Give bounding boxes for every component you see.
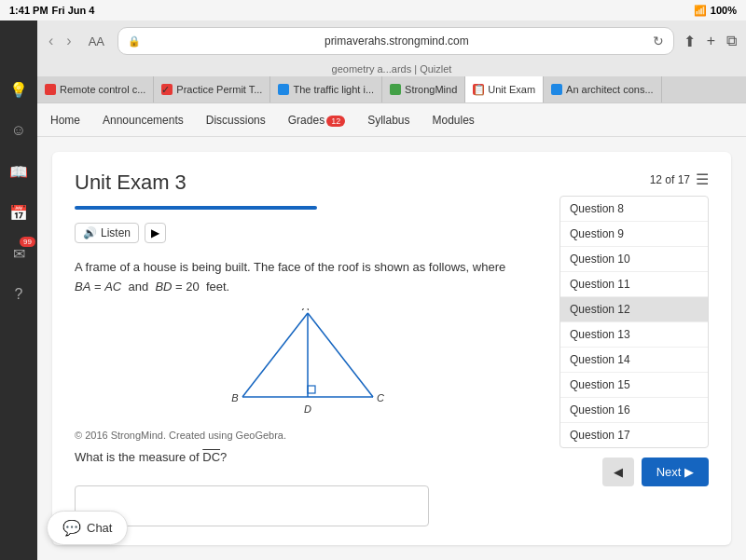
question-item-11[interactable]: Question 11 <box>560 272 708 297</box>
sidebar-icon-calendar[interactable]: 📅 <box>6 199 32 225</box>
question-item-9[interactable]: Question 9 <box>560 222 708 247</box>
question-var: DC <box>202 450 220 464</box>
question-text-1: A frame of a house is being built. The f… <box>75 260 505 274</box>
question-math: BA = AC and BD = 20 feet. <box>75 280 229 294</box>
main-area: ‹ › AA 🔒 primaverahs.strongmind.com ↻ ⬆ … <box>37 20 746 560</box>
svg-text:C: C <box>377 392 384 403</box>
grade-badge: 12 <box>326 116 345 127</box>
nav-modules[interactable]: Modules <box>431 106 477 134</box>
question-count: 12 of 17 ☰ <box>560 171 709 188</box>
battery-indicator: 100% <box>711 5 737 16</box>
next-button[interactable]: Next ▶ <box>642 458 709 486</box>
status-bar: 1:41 PM Fri Jun 4 📶 100% <box>0 0 746 20</box>
question-list: Question 8 Question 9 Question 10 Questi… <box>560 196 709 448</box>
list-icon[interactable]: ☰ <box>696 171 709 188</box>
nav-discussions[interactable]: Discussions <box>204 106 268 134</box>
tab-traffic[interactable]: The traffic light i... <box>270 76 382 102</box>
question-item-12[interactable]: Question 12 <box>560 297 708 322</box>
chat-bubble[interactable]: 💬 Chat <box>47 511 128 545</box>
tab-label-strongmind: StrongMind <box>405 84 457 95</box>
chat-icon: 💬 <box>62 519 81 537</box>
exam-main: Unit Exam 3 🔊 Listen ▶ A frame of a hous… <box>75 171 541 526</box>
svg-line-1 <box>308 313 373 397</box>
status-time: 1:41 PM <box>9 5 48 16</box>
wifi-icon: 📶 <box>694 5 707 17</box>
question-item-14[interactable]: Question 14 <box>560 348 708 373</box>
tab-favicon-unitexam: 📋 <box>473 84 484 95</box>
tab-strongmind[interactable]: StrongMind <box>382 76 465 102</box>
tab-permit[interactable]: ✓ Practice Permit T... <box>154 76 270 102</box>
tab-label-unitexam: Unit Exam <box>488 84 535 95</box>
tabs-bar: Remote control c... ✓ Practice Permit T.… <box>37 76 746 102</box>
tab-label-traffic: The traffic light i... <box>293 84 374 95</box>
prev-button[interactable]: ◀ <box>602 458 634 486</box>
reload-button[interactable]: ↻ <box>653 34 664 48</box>
diagram-area: A B C D <box>75 308 541 420</box>
new-tab-button[interactable]: + <box>705 31 717 51</box>
sidebar-icon-smile[interactable]: ☺ <box>6 117 32 143</box>
sidebar-icon-help[interactable]: ? <box>6 281 32 307</box>
question-item-8[interactable]: Question 8 <box>560 197 708 222</box>
answer-input[interactable] <box>75 485 429 526</box>
tab-label-remote: Remote control c... <box>60 84 145 95</box>
tab-favicon-strongmind <box>390 84 401 95</box>
back-button[interactable]: ‹ <box>45 31 57 51</box>
nav-announcements[interactable]: Announcements <box>101 106 186 134</box>
nav-grades[interactable]: Grades12 <box>286 106 347 134</box>
question-text: A frame of a house is being built. The f… <box>75 258 541 297</box>
browser-chrome: ‹ › AA 🔒 primaverahs.strongmind.com ↻ ⬆ … <box>37 20 746 103</box>
lock-icon: 🔒 <box>128 35 141 48</box>
content-wrapper: Unit Exam 3 🔊 Listen ▶ A frame of a hous… <box>37 137 746 560</box>
svg-text:B: B <box>231 392 238 403</box>
reader-button[interactable]: AA <box>83 33 110 50</box>
triangle-svg: A B C D <box>214 308 401 420</box>
question-item-16[interactable]: Question 16 <box>560 398 708 423</box>
sidebar-icon-bulb[interactable]: 💡 <box>6 76 32 102</box>
question-nav-panel: 12 of 17 ☰ Question 8 Question 9 Questio… <box>560 171 709 526</box>
listen-button[interactable]: 🔊 Listen <box>75 223 139 243</box>
status-date: Fri Jun 4 <box>52 5 95 16</box>
sidebar-icon-book[interactable]: 📖 <box>6 158 32 184</box>
tab-label-permit: Practice Permit T... <box>176 84 262 95</box>
chat-label: Chat <box>87 521 112 535</box>
exam-title: Unit Exam 3 <box>75 171 541 195</box>
tab-favicon-permit: ✓ <box>161 84 173 95</box>
question-item-17[interactable]: Question 17 <box>560 423 708 447</box>
sidebar-icon-mail[interactable]: ✉ 99 <box>6 240 32 266</box>
browser-toolbar: ‹ › AA 🔒 primaverahs.strongmind.com ↻ ⬆ … <box>37 20 746 61</box>
tab-unitexam[interactable]: 📋 Unit Exam <box>465 76 544 102</box>
nav-home[interactable]: Home <box>48 106 82 134</box>
svg-rect-4 <box>308 386 315 393</box>
listen-label: Listen <box>101 226 131 239</box>
left-sidebar: 💡 ☺ 📖 📅 ✉ 99 ? <box>0 20 37 560</box>
forward-button[interactable]: › <box>62 31 75 51</box>
tab-remote[interactable]: Remote control c... <box>37 76 154 102</box>
question-ask: What is the measure of DC? <box>75 448 541 468</box>
tab-label-architect: An architect cons... <box>566 84 654 95</box>
url-text: primaverahs.strongmind.com <box>146 34 647 48</box>
question-item-10[interactable]: Question 10 <box>560 247 708 272</box>
play-button[interactable]: ▶ <box>145 223 166 243</box>
share-button[interactable]: ⬆ <box>682 31 698 52</box>
nav-syllabus[interactable]: Syllabus <box>366 106 411 134</box>
question-item-13[interactable]: Question 13 <box>560 322 708 348</box>
tab-architect[interactable]: An architect cons... <box>544 76 662 102</box>
tab-favicon-traffic <box>278 84 289 95</box>
speaker-icon: 🔊 <box>83 226 97 239</box>
tabs-button[interactable]: ⧉ <box>725 31 739 51</box>
question-item-15[interactable]: Question 15 <box>560 373 708 398</box>
svg-text:D: D <box>304 403 311 415</box>
listen-bar: 🔊 Listen ▶ <box>75 223 541 243</box>
page-title: geometry a...ards | Quizlet <box>37 61 746 76</box>
address-bar[interactable]: 🔒 primaverahs.strongmind.com ↻ <box>117 27 674 55</box>
tab-favicon-remote <box>45 84 56 95</box>
exam-card: Unit Exam 3 🔊 Listen ▶ A frame of a hous… <box>52 152 731 545</box>
copyright-text: © 2016 StrongMind. Created using GeoGebr… <box>75 430 541 441</box>
tab-favicon-architect <box>551 84 562 95</box>
svg-text:A: A <box>301 308 309 312</box>
svg-line-0 <box>242 313 308 397</box>
course-nav: Home Announcements Discussions Grades12 … <box>37 103 746 137</box>
progress-bar <box>75 206 317 210</box>
bottom-nav: ◀ Next ▶ <box>560 448 709 486</box>
